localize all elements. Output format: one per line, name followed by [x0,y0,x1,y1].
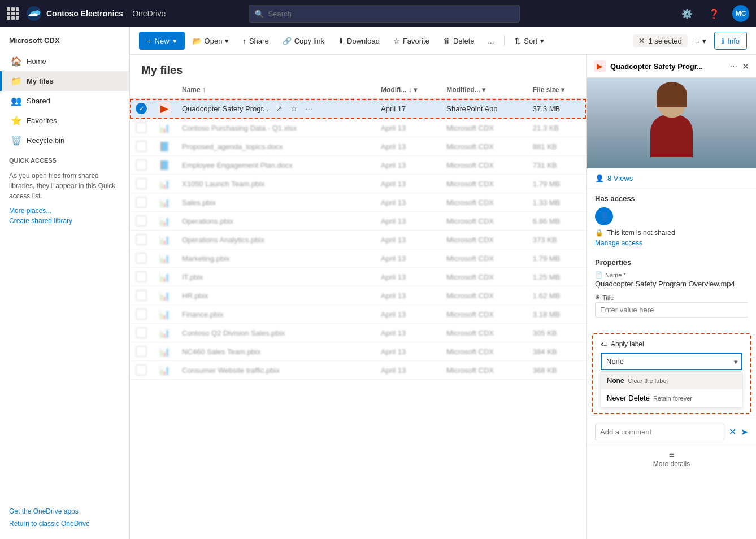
col-size[interactable]: File size ▾ [527,81,586,99]
sidebar-item-recycle-bin[interactable]: 🗑️ Recycle bin [0,131,129,150]
table-row[interactable]: 📊 Sales.pbix April 13 Microsoft CDX 1.33… [130,193,586,212]
views-icon: 👤 [595,174,604,182]
sidebar-item-favorites[interactable]: ⭐ Favorites [0,111,129,131]
label-select[interactable]: None Never Delete [601,353,742,370]
table-row[interactable]: 📊 Operations.pbix April 13 Microsoft CDX… [130,212,586,231]
pbix-icon: 📊 [159,235,170,245]
more-button[interactable]: ... [482,32,499,50]
new-button[interactable]: + New ▾ [139,32,185,50]
table-row[interactable]: 📊 Marketing.pbix April 13 Microsoft CDX … [130,249,586,268]
table-row[interactable]: 📘 Employee Engagement Plan.docx April 13… [130,156,586,175]
table-row[interactable]: 📊 Contoso Purchasing Data - Q1.xlsx Apri… [130,119,586,137]
sidebar-item-shared[interactable]: 👥 Shared [0,91,129,111]
table-row[interactable]: 📊 Consumer Website traffic.pbix April 13… [130,361,586,380]
row-icon-cell: ▶ [153,99,176,119]
check-empty-icon [136,215,147,227]
info-button[interactable]: ℹ Info [714,32,747,50]
check-empty-icon [136,290,147,301]
search-icon: 🔍 [255,10,264,18]
table-row[interactable]: 📊 HR.pbix April 13 Microsoft CDX 1.62 MB [130,286,586,305]
table-row[interactable]: 📊 IT.pbix April 13 Microsoft CDX 1.25 MB [130,268,586,286]
toolbar-divider [504,35,505,46]
favorites-icon: ⭐ [11,115,21,126]
content-area: + New ▾ 📂 Open ▾ ↑ Share 🔗 Copy link ⬇ D… [130,27,756,539]
table-row[interactable]: ✓ ▶ Quadcopter Safety Progr... ↗ [130,99,586,119]
label-option-none-item[interactable]: None Clear the label [601,372,742,389]
table-row[interactable]: 📊 Finance.pbix April 13 Microsoft CDX 3.… [130,305,586,324]
brand-name: Contoso Electronics [46,9,123,18]
star-icon: ☆ [393,37,400,45]
copy-link-button[interactable]: 🔗 Copy link [277,32,330,50]
video-person [587,78,756,168]
panel-video-icon: ▶ [594,60,606,72]
share-button[interactable]: ↑ Share [237,32,274,50]
more-details-link[interactable]: ≡ More details [587,445,756,472]
panel-close-button[interactable]: ✕ [742,61,749,72]
help-icon[interactable]: ❓ [705,5,723,23]
table-row[interactable]: 📘 Proposed_agenda_topics.docx April 13 M… [130,137,586,156]
user-avatar[interactable]: MC [732,5,749,22]
download-icon: ⬇ [338,37,344,45]
panel-more-button[interactable]: ··· [730,61,737,71]
check-empty-icon [136,197,147,208]
search-input[interactable] [268,10,514,18]
file-table-header: Name ↑ Modifi... ↓ ▾ Modified... ▾ File … [130,81,586,99]
person-silhouette [649,86,694,160]
file-table: Name ↑ Modifi... ↓ ▾ Modified... ▾ File … [130,81,586,380]
table-row[interactable]: 📊 NC460 Sales Team.pbix April 13 Microso… [130,342,586,361]
sort-button[interactable]: ⇅ Sort ▾ [509,32,550,50]
clear-selection-button[interactable]: ✕ [638,37,645,45]
sidebar-item-my-files-label: My files [27,77,54,85]
classic-link[interactable]: Return to classic OneDrive [9,518,120,530]
sidebar-item-home[interactable]: 🏠 Home [0,51,129,71]
info-icon: ℹ [722,37,724,45]
search-bar[interactable]: 🔍 [249,5,520,23]
comment-input[interactable] [595,424,724,440]
waffle-menu[interactable] [7,7,19,20]
manage-access-link[interactable]: Manage access [595,239,748,247]
open-in-app-button[interactable]: ↗ [273,103,285,114]
row-modified-cell: SharePoint App [441,99,527,119]
check-empty-icon [136,327,147,338]
label-dropdown: None Clear the label Never Delete Retain… [601,371,742,407]
name-label: 📄 Name * [595,271,748,279]
more-file-button[interactable]: ··· [303,103,315,114]
trash-icon: 🗑 [443,37,450,45]
check-empty-icon [136,234,147,245]
lock-icon: 🔒 [595,229,603,237]
create-shared-library-link[interactable]: Create shared library [0,216,129,226]
col-modified[interactable]: Modified... ▾ [441,81,527,99]
view-toggle-button[interactable]: ≡ ▾ [690,32,712,50]
size-chevron-icon: ▾ [561,86,564,94]
download-button[interactable]: ⬇ Download [332,32,385,50]
table-row[interactable]: 📊 X1050 Launch Team.pbix April 13 Micros… [130,175,586,193]
sidebar: Microsoft CDX 🏠 Home 📁 My files 👥 Shared… [0,27,130,539]
my-files-icon: 📁 [11,76,21,86]
not-shared-text: 🔒 This item is not shared [595,229,748,237]
close-comment-button[interactable]: ✕ [729,427,736,437]
label-option-never-delete-item[interactable]: Never Delete Retain forever [601,389,742,407]
col-name[interactable]: Name ↑ [176,81,375,99]
send-comment-button[interactable]: ➤ [741,427,748,437]
panel-views[interactable]: 👤 8 Views [587,168,756,189]
col-modified-by[interactable]: Modifi... ↓ ▾ [375,81,441,99]
table-row[interactable]: 📊 Contoso Q2 Division Sales.pbix April 1… [130,324,586,342]
file-list-container: My files Name ↑ Modifi... ↓ ▾ [130,55,586,539]
star-file-button[interactable]: ☆ [288,103,300,114]
delete-button[interactable]: 🗑 Delete [437,32,480,50]
sidebar-item-my-files[interactable]: 📁 My files [0,71,129,91]
title-input[interactable] [595,302,748,318]
row-check-cell[interactable]: ✓ [130,99,153,119]
home-icon: 🏠 [11,56,21,67]
file-name[interactable]: Quadcopter Safety Progr... [182,105,269,113]
get-apps-link[interactable]: Get the OneDrive apps [9,505,120,518]
table-row[interactable]: 📊 Operations Analytics.pbix April 13 Mic… [130,231,586,249]
sidebar-item-shared-label: Shared [27,97,50,105]
settings-icon[interactable]: ⚙️ [678,5,696,23]
open-button[interactable]: 📂 Open ▾ [187,32,235,50]
more-places-link[interactable]: More places... [0,206,129,216]
video-thumbnail [587,78,756,168]
top-nav-icons: ⚙️ ❓ MC [678,5,749,23]
favorite-button[interactable]: ☆ Favorite [388,32,435,50]
mod-chevron-icon: ▾ [482,86,485,94]
